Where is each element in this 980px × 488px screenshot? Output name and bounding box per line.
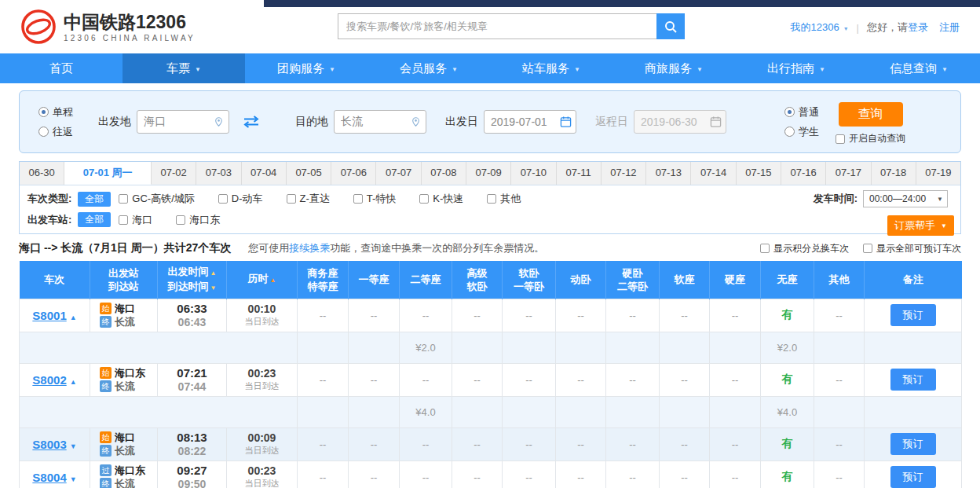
date-tab-07-09[interactable]: 07-09: [466, 162, 511, 185]
my-12306-link[interactable]: 我的12306: [791, 20, 839, 35]
query-button[interactable]: 查询: [839, 102, 903, 127]
passenger-type-normal-radio[interactable]: 普通: [784, 105, 819, 119]
duration: 00:23: [227, 367, 297, 380]
nav-item-info-query[interactable]: 信息查询▼: [858, 53, 980, 83]
column-header-ev-sleeper[interactable]: 动卧: [556, 261, 606, 299]
booking-helper-button[interactable]: 订票帮手 ▼: [887, 215, 954, 236]
date-tab-07-19[interactable]: 07-19: [916, 162, 960, 185]
trip-type-round-trip-radio[interactable]: 往返: [38, 125, 73, 139]
expand-price-icon[interactable]: ▼: [70, 442, 77, 450]
train-type-option-0[interactable]: GC-高铁/城际: [119, 192, 194, 206]
column-header-duration[interactable]: 历时▲: [227, 261, 298, 299]
duration-cell: 00:23当日到达: [227, 460, 298, 488]
nav-item-station-services[interactable]: 站车服务▼: [490, 53, 612, 83]
column-header-no-seat[interactable]: 无座: [761, 261, 814, 299]
search-button[interactable]: [656, 13, 685, 39]
passenger-type-student-radio[interactable]: 学生: [784, 125, 819, 139]
date-tab-07-01[interactable]: 07-01 周一: [64, 162, 152, 185]
show-points-toggle[interactable]: 显示积分兑换车次: [760, 242, 849, 255]
train-number-link[interactable]: S8004: [32, 471, 66, 484]
train-type-option-2[interactable]: Z-直达: [287, 192, 330, 206]
date-tab-07-11[interactable]: 07-11: [557, 162, 602, 185]
nav-item-group-services[interactable]: 团购服务▼: [245, 53, 368, 83]
transfer-link[interactable]: 接续换乘: [289, 242, 330, 254]
date-tab-07-15[interactable]: 07-15: [737, 162, 781, 185]
date-tab-07-02[interactable]: 07-02: [152, 162, 196, 185]
date-tab-07-05[interactable]: 07-05: [287, 162, 331, 185]
train-type-option-4[interactable]: K-快速: [419, 192, 463, 206]
date-tab-07-12[interactable]: 07-12: [602, 162, 646, 185]
nav-item-travel-guide[interactable]: 出行指南▼: [735, 53, 858, 83]
site-logo[interactable]: 中国铁路12306 12306 CHINA RAILWAY: [20, 9, 196, 45]
column-header-train-no[interactable]: 车次: [20, 261, 90, 299]
calendar-icon[interactable]: [560, 116, 572, 128]
sort-arrow-icon[interactable]: ▲: [210, 270, 217, 277]
header-text: 软卧: [467, 281, 488, 292]
train-type-option-5[interactable]: 其他: [487, 192, 521, 206]
book-button[interactable]: 预订: [890, 304, 936, 326]
column-header-business[interactable]: 商务座特等座: [298, 261, 349, 299]
register-link[interactable]: 注册: [939, 20, 960, 35]
date-tab-07-17[interactable]: 07-17: [826, 162, 871, 185]
nav-item-member-services[interactable]: 会员服务▼: [368, 53, 490, 83]
auto-query-toggle[interactable]: 开启自动查询: [836, 132, 905, 145]
swap-stations-button[interactable]: [242, 116, 261, 128]
nav-item-tickets[interactable]: 车票▼: [122, 53, 245, 83]
price-tail-cell: [865, 332, 962, 363]
date-tab-07-06[interactable]: 07-06: [331, 162, 376, 185]
login-link[interactable]: 登录: [908, 20, 928, 35]
column-header-second-class[interactable]: 二等座: [400, 261, 452, 299]
show-all-bookable-toggle[interactable]: 显示全部可预订车次: [863, 242, 961, 255]
date-tab-07-13[interactable]: 07-13: [646, 162, 691, 185]
date-tab-06-30[interactable]: 06-30: [20, 162, 64, 185]
column-header-hard-sleeper[interactable]: 硬卧二等卧: [606, 261, 660, 299]
collapse-price-icon[interactable]: ▲: [70, 378, 77, 386]
date-tab-07-08[interactable]: 07-08: [422, 162, 466, 185]
train-type-option-1[interactable]: D-动车: [218, 192, 263, 206]
column-header-soft-seat[interactable]: 软座: [660, 261, 710, 299]
column-header-other[interactable]: 其他: [814, 261, 865, 299]
collapse-price-icon[interactable]: ▲: [70, 314, 77, 321]
logo-title: 中国铁路12306: [64, 12, 196, 32]
column-header-stations[interactable]: 出发站到达站: [90, 261, 158, 299]
book-button[interactable]: 预订: [890, 369, 936, 391]
column-header-first-class[interactable]: 一等座: [349, 261, 400, 299]
depart-time-select[interactable]: 00:00—24:00 ▼: [863, 190, 948, 207]
book-button[interactable]: 预订: [890, 466, 936, 488]
tip-prefix: 您可使用: [248, 242, 289, 254]
column-header-soft-sleeper[interactable]: 软卧一等卧: [503, 261, 556, 299]
nav-item-home[interactable]: 首页: [0, 53, 122, 83]
remark-cell: 预订: [865, 460, 962, 488]
trip-type-one-way-radio[interactable]: 单程: [38, 105, 73, 119]
nav-item-business-services[interactable]: 商旅服务▼: [612, 53, 735, 83]
book-button[interactable]: 预订: [890, 433, 936, 455]
depart-station-option-1[interactable]: 海口东: [176, 213, 220, 227]
seat-business: --: [298, 363, 349, 396]
date-tab-07-18[interactable]: 07-18: [872, 162, 916, 185]
column-header-hard-seat[interactable]: 硬座: [710, 261, 761, 299]
date-tab-07-16[interactable]: 07-16: [781, 162, 826, 185]
checkbox-label: K-快速: [433, 192, 463, 206]
column-header-times[interactable]: 出发时间▲到达时间▼: [158, 261, 227, 299]
date-tab-07-14[interactable]: 07-14: [691, 162, 736, 185]
depart-station-all-badge[interactable]: 全部: [78, 212, 111, 227]
sort-arrow-icon[interactable]: ▼: [210, 284, 217, 292]
column-header-remark[interactable]: 备注: [865, 261, 962, 299]
train-type-option-3[interactable]: T-特快: [353, 192, 397, 206]
column-header-premium-soft-sleeper[interactable]: 高级软卧: [452, 261, 503, 299]
train-number-link[interactable]: S8002: [32, 373, 66, 387]
date-tab-07-04[interactable]: 07-04: [242, 162, 287, 185]
search-input[interactable]: [338, 13, 656, 39]
depart-station-option-0[interactable]: 海口: [119, 213, 152, 227]
train-type-all-badge[interactable]: 全部: [78, 192, 111, 207]
date-tab-07-03[interactable]: 07-03: [196, 162, 241, 185]
train-number-link[interactable]: S8003: [32, 438, 66, 451]
sort-arrow-icon[interactable]: ▲: [270, 277, 276, 284]
price-no-seat: ¥4.0: [761, 396, 814, 427]
radio-icon: [784, 107, 795, 117]
train-number-link[interactable]: S8001: [32, 309, 66, 322]
date-tab-07-10[interactable]: 07-10: [511, 162, 556, 185]
date-tab-07-07[interactable]: 07-07: [376, 162, 421, 185]
expand-price-icon[interactable]: ▼: [70, 475, 77, 483]
chevron-down-icon: ▼: [843, 26, 849, 31]
